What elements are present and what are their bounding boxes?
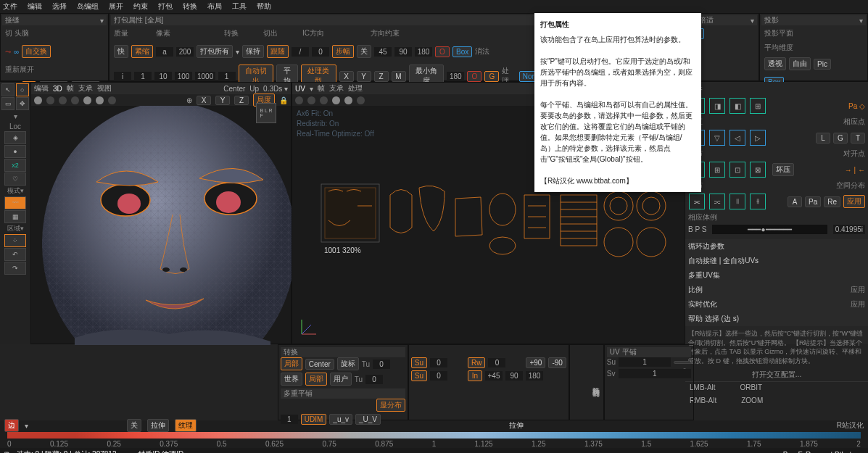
menu-constrain[interactable]: 约束 <box>133 1 148 12</box>
tight-button[interactable]: 紧缩 <box>131 45 153 58</box>
shade-2[interactable] <box>46 96 54 104</box>
dd1[interactable]: ▾ <box>236 48 239 56</box>
menu-unfold[interactable]: 展开 <box>109 1 123 12</box>
g-btn[interactable]: G <box>484 71 499 82</box>
utab-supp[interactable]: 支承 <box>329 83 344 93</box>
rect-tool[interactable]: ▭ <box>1 97 15 110</box>
footer-links[interactable]: Bug F. Request Btbat.cor <box>783 451 864 454</box>
x2-tool[interactable]: x2 <box>4 159 26 172</box>
sect-help[interactable]: 帮助 选择 (边 s) <box>685 312 868 326</box>
apply-btn[interactable]: 应用 <box>843 195 865 208</box>
persp-btn[interactable]: 透视 <box>764 57 786 70</box>
menu-help[interactable]: 帮助 <box>257 1 271 12</box>
str-icon4[interactable]: ▷ <box>750 130 766 146</box>
cb-stretch[interactable]: 拉伸 <box>147 419 169 432</box>
sp-icon3[interactable]: ⫴ <box>729 194 745 209</box>
su1-val[interactable]: 1 <box>619 357 671 367</box>
menu-tools[interactable]: 工具 <box>232 1 247 12</box>
cursor-btn[interactable]: 旋标 <box>337 357 359 370</box>
redo-tool[interactable]: ↷ <box>4 262 26 275</box>
u-s2[interactable] <box>307 96 315 104</box>
showdist-btn[interactable]: 显分布 <box>376 399 405 412</box>
m-btn[interactable]: M <box>392 71 406 82</box>
val-a[interactable]: a <box>156 47 173 57</box>
pack-all-button[interactable]: 打包所有 <box>197 45 233 58</box>
sect-scale[interactable]: 比例 <box>688 285 703 295</box>
align-icon2[interactable]: ◨ <box>709 98 725 114</box>
o-btn[interactable]: O <box>435 46 450 57</box>
r10[interactable]: 10 <box>154 72 172 81</box>
sect-rtopt[interactable]: 实时优化 <box>688 299 717 309</box>
vtab-supp[interactable]: 支承 <box>78 83 93 93</box>
sect-multiuv[interactable]: 多重UV集 <box>685 268 868 283</box>
shade-3[interactable] <box>59 96 67 104</box>
menu-island[interactable]: 岛编组 <box>77 1 99 12</box>
reset-btn[interactable]: 重置 <box>674 361 691 364</box>
world-btn[interactable]: 世界 <box>281 373 302 386</box>
shade-1[interactable] <box>34 96 42 104</box>
sp-icon1[interactable]: ⫘ <box>689 194 705 209</box>
u-s4[interactable] <box>332 96 340 104</box>
sect-loop[interactable]: 循环边参数 <box>685 239 868 254</box>
local2-btn[interactable]: 局部 <box>305 373 327 386</box>
keep-button[interactable]: 保持 <box>242 45 264 58</box>
cb-tex[interactable]: 纹理 <box>175 419 197 432</box>
menu-layout[interactable]: 布局 <box>207 1 222 12</box>
stretch-gradient[interactable] <box>7 432 861 439</box>
val-200[interactable]: 200 <box>176 47 194 57</box>
r1b[interactable]: 1 <box>218 72 236 81</box>
vtab-edit[interactable]: 编辑 <box>34 83 49 93</box>
tu2-val[interactable]: 0 <box>365 375 383 384</box>
up-label[interactable]: Up <box>249 85 259 93</box>
r1[interactable]: 1 <box>134 72 152 81</box>
move-tool[interactable]: ✥ <box>16 97 29 110</box>
nav-cube[interactable]: B L R F <box>256 103 276 123</box>
su2-v[interactable]: 0 <box>430 371 447 381</box>
user-btn[interactable]: 用户 <box>330 373 352 386</box>
scale-label[interactable]: 0.3Ds ▾ <box>263 85 288 93</box>
menu-file[interactable]: 文件 <box>3 1 17 12</box>
bps-value[interactable]: 0.41995i <box>833 225 865 234</box>
rw-v[interactable]: 0 <box>488 358 505 367</box>
collapse-icon[interactable]: ▾ <box>859 17 863 25</box>
step-off[interactable]: 关 <box>357 45 371 58</box>
collapse-icon[interactable]: ▾ <box>751 17 754 25</box>
in45[interactable]: +45 <box>485 371 503 381</box>
undo-tool[interactable]: ↶ <box>4 248 26 261</box>
follow-button[interactable]: 跟随 <box>267 45 289 58</box>
sp-icon2[interactable]: ⫗ <box>709 194 725 209</box>
axis-y[interactable]: Y <box>215 96 230 105</box>
dots-tool[interactable]: ⁘ <box>4 234 26 247</box>
cb-dd[interactable]: ▾ <box>25 422 28 430</box>
ri[interactable]: i <box>114 72 131 81</box>
dist-icon2[interactable]: ⊞ <box>709 162 725 178</box>
v45[interactable]: 45 <box>374 47 392 57</box>
axis-icon[interactable]: ⊕ <box>186 96 192 104</box>
in180[interactable]: 180 <box>526 371 543 381</box>
apply-btn2[interactable]: 应用 <box>851 285 865 295</box>
vtab-3d[interactable]: 3D <box>53 85 62 93</box>
auto-swap-button[interactable]: 自交换 <box>22 45 51 58</box>
pointer-tool[interactable]: ↖ <box>1 83 15 96</box>
quick-button[interactable]: 快 <box>114 45 128 58</box>
u-s1[interactable] <box>295 96 303 104</box>
dist-icon3[interactable]: ⊡ <box>729 162 745 178</box>
shade-5[interactable] <box>83 96 91 104</box>
sv1-val[interactable]: 1 <box>619 369 692 378</box>
local-btn[interactable]: 局部 <box>281 357 302 370</box>
center-btn[interactable]: Center <box>305 359 334 370</box>
r1000[interactable]: 1000 <box>195 72 215 81</box>
shade-4[interactable] <box>71 96 79 104</box>
menu-pack[interactable]: 打包 <box>158 1 173 12</box>
menu-edit[interactable]: 编辑 <box>28 1 42 12</box>
rw-btn[interactable]: Rw <box>468 357 485 368</box>
su-btn[interactable]: Su <box>411 357 427 368</box>
in-btn[interactable]: In <box>468 370 482 381</box>
y-btn[interactable]: Y <box>357 71 371 82</box>
v180b[interactable]: 180 <box>447 72 464 81</box>
lock-icon[interactable]: 🔒 <box>279 96 288 104</box>
shield-tool[interactable]: ♡ <box>4 173 26 186</box>
utab-frame[interactable]: 帧 <box>318 83 325 93</box>
sphere-tool[interactable]: ● <box>4 145 26 158</box>
lasso-tool[interactable]: ○ <box>16 83 29 96</box>
